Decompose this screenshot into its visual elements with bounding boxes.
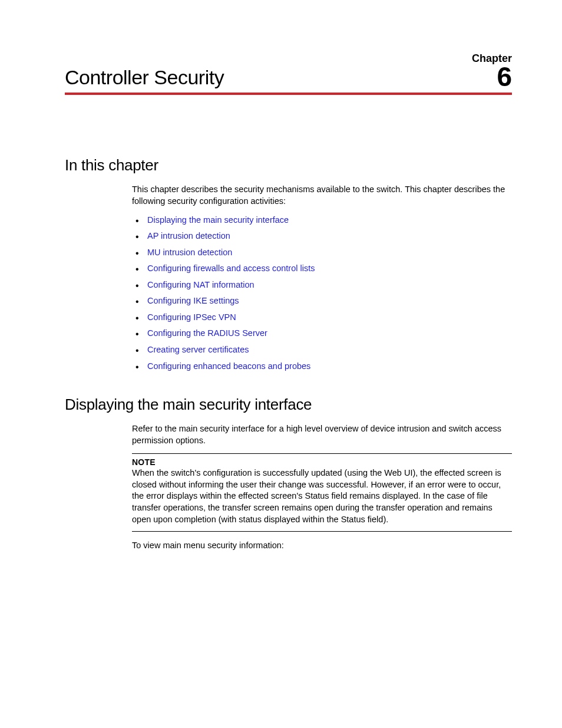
note-box: NOTE When the switch's configuration is … [132,453,512,532]
link-ike[interactable]: Configuring IKE settings [147,296,239,305]
link-mu-intrusion[interactable]: MU intrusion detection [147,248,232,257]
note-label: NOTE [132,457,512,467]
link-radius[interactable]: Configuring the RADIUS Server [147,328,267,338]
link-beacons-probes[interactable]: Configuring enhanced beacons and probes [147,361,310,371]
section1-intro: This chapter describes the security mech… [132,184,512,207]
section2-followup: To view main menu security information: [132,540,512,552]
chapter-number: 6 [497,65,512,89]
list-item: Creating server certificates [132,344,512,356]
link-displaying-main-security[interactable]: Displaying the main security interface [147,215,289,225]
section-heading-in-this-chapter: In this chapter [65,156,512,174]
note-text: When the switch's configuration is succe… [132,467,512,525]
link-firewalls-acl[interactable]: Configuring firewalls and access control… [147,263,315,273]
link-server-certs[interactable]: Creating server certificates [147,345,249,354]
list-item: Configuring the RADIUS Server [132,328,512,340]
chapter-title: Controller Security [65,66,224,89]
chapter-label-block: Chapter 6 [472,53,512,89]
list-item: Configuring IPSec VPN [132,312,512,324]
list-item: Configuring IKE settings [132,295,512,307]
list-item: Displaying the main security interface [132,215,512,226]
list-item: Configuring firewalls and access control… [132,263,512,275]
link-ap-intrusion[interactable]: AP intrusion detection [147,231,230,241]
chapter-header: Controller Security Chapter 6 [65,53,512,95]
chapter-link-list: Displaying the main security interface A… [132,215,512,373]
link-ipsec-vpn[interactable]: Configuring IPSec VPN [147,312,236,322]
section2-intro: Refer to the main security interface for… [132,423,512,446]
list-item: MU intrusion detection [132,247,512,259]
document-page: Controller Security Chapter 6 In this ch… [0,0,562,582]
list-item: Configuring NAT information [132,279,512,291]
link-nat[interactable]: Configuring NAT information [147,280,254,289]
list-item: AP intrusion detection [132,230,512,242]
section-heading-displaying-main-security: Displaying the main security interface [65,396,512,414]
list-item: Configuring enhanced beacons and probes [132,361,512,373]
